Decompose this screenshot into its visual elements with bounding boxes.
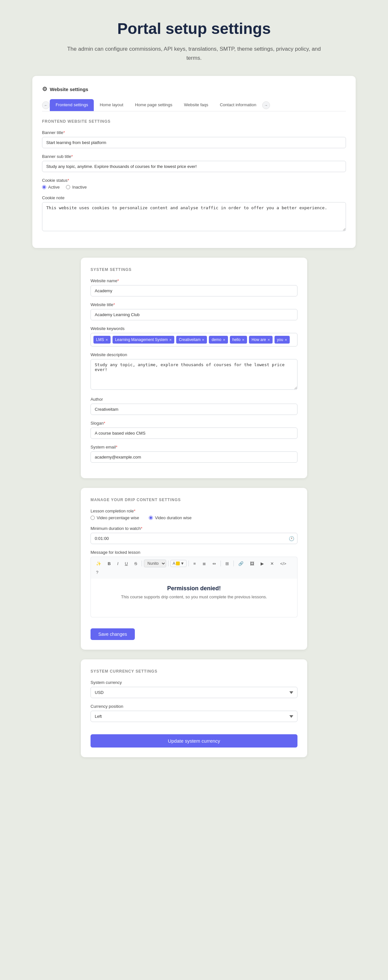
banner-sub-title-label: Banner sub title* (42, 154, 346, 159)
toolbar-sep-3 (188, 560, 189, 566)
toolbar-help-btn[interactable]: ? (93, 569, 101, 576)
toolbar-sep-5 (233, 560, 234, 566)
tag-you-close[interactable]: ✕ (284, 338, 287, 342)
tag-lms-full: Learning Management System ✕ (113, 336, 174, 344)
cookie-active-label[interactable]: Active (42, 185, 59, 189)
tag-hello-close[interactable]: ✕ (242, 338, 244, 342)
tag-lms-full-close[interactable]: ✕ (169, 338, 172, 342)
video-duration-radio[interactable] (149, 515, 153, 520)
system-email-label: System email* (91, 445, 297, 449)
page-title: Portal setup settings (65, 19, 323, 38)
tab-left-arrow[interactable]: ← (42, 102, 50, 109)
color-label: A (172, 561, 175, 566)
website-name-input[interactable] (91, 285, 297, 296)
toolbar-underline-btn[interactable]: U (122, 560, 130, 567)
website-title-input[interactable] (91, 309, 297, 320)
toolbar-list-ol-btn[interactable]: ≣ (200, 560, 209, 567)
toolbar-magic-btn[interactable]: ✨ (93, 560, 104, 567)
clock-icon: 🕐 (289, 536, 294, 541)
cookie-status-group: Cookie status* Active Inactive (42, 178, 346, 189)
tab-contact-information[interactable]: Contact information (214, 99, 262, 111)
tag-demo-close[interactable]: ✕ (223, 338, 225, 342)
tag-hello: hello ✕ (230, 336, 247, 344)
tab-website-faqs[interactable]: Website faqs (178, 99, 214, 111)
tab-frontend-settings[interactable]: Frontend settings (50, 99, 94, 111)
website-name-label: Website name* (91, 278, 297, 283)
video-percentage-radio[interactable] (91, 515, 95, 520)
save-changes-button[interactable]: Save changes (91, 628, 135, 640)
author-input[interactable] (91, 404, 297, 415)
author-label: Author (91, 397, 297, 402)
editor-toolbar: ✨ B I U S Nunito A ▼ ≡ ≣ ⇔ ⊞ 🔗 🖼 ▶ (91, 557, 297, 579)
locked-lesson-label: Message for locked lesson (91, 550, 297, 555)
toolbar-image-btn[interactable]: 🖼 (247, 560, 257, 567)
currency-section-title: SYSTEM CURRENCY SETTINGS (91, 669, 297, 674)
slogan-input[interactable] (91, 428, 297, 439)
page-header: Portal setup settings The admin can conf… (0, 0, 388, 76)
tab-right-arrow[interactable]: → (262, 102, 270, 109)
author-group: Author (91, 397, 297, 415)
website-keywords-label: Website keywords (91, 326, 297, 331)
banner-title-input[interactable] (42, 137, 346, 148)
cookie-active-radio[interactable] (42, 185, 46, 189)
video-duration-label[interactable]: Video duration wise (149, 515, 192, 520)
min-duration-input[interactable] (91, 533, 297, 544)
tag-creativeitam-close[interactable]: ✕ (202, 338, 204, 342)
description-textarea[interactable]: Study any topic, anytime, explore thousa… (91, 359, 297, 390)
toolbar-sep-1 (142, 560, 142, 566)
website-settings-header: ⚙ Website settings (42, 86, 346, 93)
toolbar-color-btn[interactable]: A ▼ (171, 560, 187, 567)
lesson-completion-radios: Video percentage wise Video duration wis… (91, 515, 297, 520)
toolbar-list-ul-btn[interactable]: ≡ (191, 560, 198, 567)
system-email-group: System email* (91, 445, 297, 463)
tabs-container: ← Frontend settings Home layout Home pag… (42, 99, 346, 111)
settings-icon: ⚙ (42, 86, 47, 93)
currency-position-label: Currency position (91, 704, 297, 709)
tab-home-layout[interactable]: Home layout (94, 99, 129, 111)
tab-home-page-settings[interactable]: Home page settings (129, 99, 178, 111)
cookie-status-label: Cookie status* (42, 178, 346, 183)
tag-demo: demo ✕ (209, 336, 228, 344)
currency-position-select[interactable]: Left Right (91, 711, 297, 722)
permission-text: This course supports drip content, so yo… (97, 595, 291, 599)
toolbar-bold-btn[interactable]: B (105, 560, 113, 567)
editor-content[interactable]: Permission denied! This course supports … (91, 579, 297, 617)
toolbar-clear-btn[interactable]: ✕ (268, 560, 276, 567)
description-group: Website description Study any topic, any… (91, 352, 297, 391)
website-title-group: Website title* (91, 302, 297, 320)
banner-title-group: Banner title* (42, 130, 346, 148)
tag-lms-close[interactable]: ✕ (105, 338, 108, 342)
tag-lms: LMS ✕ (93, 336, 110, 344)
keywords-tags-container[interactable]: LMS ✕ Learning Management System ✕ Creat… (91, 333, 297, 347)
frontend-section-title: FRONTEND WEBSITE SETTINGS (42, 119, 346, 124)
website-title-label: Website title* (91, 302, 297, 307)
toolbar-table-btn[interactable]: ⊞ (223, 560, 232, 567)
toolbar-link-btn[interactable]: 🔗 (236, 560, 246, 567)
banner-sub-title-input[interactable] (42, 161, 346, 172)
cookie-inactive-label[interactable]: Inactive (66, 185, 87, 189)
toolbar-video-btn[interactable]: ▶ (258, 560, 267, 567)
toolbar-italic-btn[interactable]: I (115, 560, 121, 567)
toolbar-code-btn[interactable]: </> (278, 560, 289, 567)
cookie-note-label: Cookie note (42, 196, 346, 200)
system-currency-select[interactable]: USD EUR GBP JPY AUD (91, 687, 297, 698)
min-duration-input-wrapper: 🕐 (91, 533, 297, 544)
toolbar-sep-4 (220, 560, 221, 566)
website-settings-title: Website settings (50, 86, 88, 92)
cookie-inactive-radio[interactable] (66, 185, 70, 189)
system-email-input[interactable] (91, 452, 297, 463)
website-keywords-group: Website keywords LMS ✕ Learning Manageme… (91, 326, 297, 347)
update-currency-button[interactable]: Update system currency (91, 734, 297, 748)
website-settings-card: ⚙ Website settings ← Frontend settings H… (32, 76, 356, 248)
slogan-group: Slogan* (91, 421, 297, 439)
slogan-label: Slogan* (91, 421, 297, 426)
tag-you: you ✕ (275, 336, 290, 344)
toolbar-strikethrough-btn[interactable]: S (132, 560, 140, 567)
cookie-note-textarea[interactable]: This website uses cookies to personalize… (42, 202, 346, 231)
toolbar-align-btn[interactable]: ⇔ (210, 560, 219, 567)
toolbar-font-select[interactable]: Nunito (144, 560, 166, 567)
video-percentage-label[interactable]: Video percentage wise (91, 515, 139, 520)
currency-position-group: Currency position Left Right (91, 704, 297, 722)
tag-how-are-close[interactable]: ✕ (267, 338, 270, 342)
color-dot (176, 562, 180, 565)
